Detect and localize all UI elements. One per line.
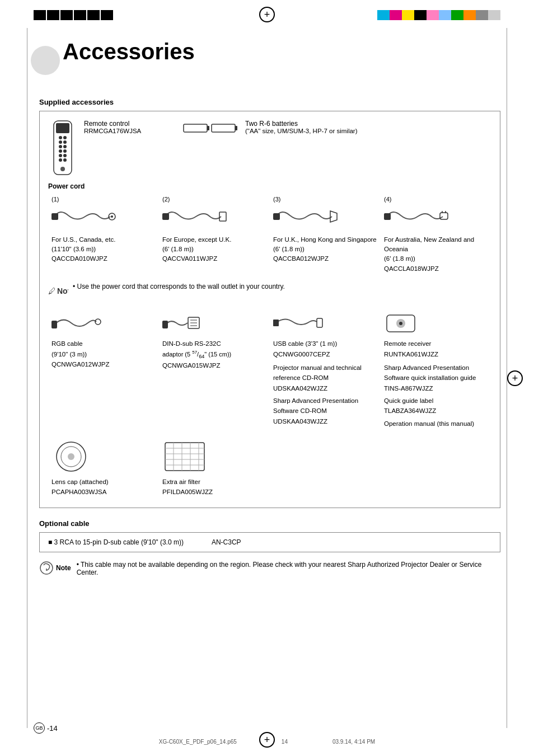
batteries-desc: ("AA" size, UM/SUM-3, HP-7 or similar): [245, 128, 358, 134]
footer-file-info: XG-C60X_E_PDF_p06_14.p65 14 03.9.14, 4:1…: [159, 739, 375, 745]
optional-cable-model: AN-C3CP: [212, 538, 241, 546]
remote-control-model: RRMCGA176WJSA: [84, 128, 141, 134]
svg-point-10: [59, 154, 62, 157]
optional-cable-note-text: • This cable may not be available depend…: [77, 561, 500, 576]
svg-rect-24: [273, 213, 280, 220]
svg-rect-22: [162, 213, 169, 220]
cord-desc-2: For Europe, except U.K. (6' (1.8 m)) QAC…: [159, 233, 270, 276]
svg-text:Note: Note: [57, 287, 68, 295]
supplied-accessories-heading: Supplied accessories: [39, 98, 500, 106]
svg-rect-32: [51, 321, 57, 328]
page-circle-label: GB: [34, 722, 45, 734]
note-icon-2: [39, 561, 54, 575]
remote-control-label: Remote control: [84, 120, 141, 128]
svg-rect-17: [212, 124, 235, 132]
cord-desc-3: For U.K., Hong Kong and Singapore (6' (1…: [270, 233, 381, 276]
optional-cable-desc: ■ 3 RCA to 15-pin D-sub cable (9'10" (3.…: [48, 538, 184, 546]
rgb-cable-icon: [51, 311, 102, 336]
page-num-text: -14: [47, 724, 58, 732]
svg-point-9: [63, 149, 67, 153]
svg-point-5: [63, 140, 67, 144]
cord-icon-4: [384, 205, 448, 227]
svg-rect-26: [384, 213, 391, 220]
svg-point-6: [59, 145, 62, 148]
svg-rect-18: [235, 126, 237, 130]
rgb-cable-item: RGB cable (9'10" (3 m)) QCNWGA012WJPZ: [48, 307, 159, 433]
cord-icon-2: [162, 205, 227, 227]
cord-num-4: (4): [381, 192, 491, 232]
crop-color-bar-right: [377, 10, 500, 20]
remote-receiver-icon: [384, 311, 423, 336]
power-cord-label: Power cord: [48, 182, 491, 190]
svg-point-12: [59, 158, 62, 162]
title-decoration: [31, 46, 60, 75]
batteries-icon: [182, 120, 238, 137]
usb-cable-icon: [273, 311, 324, 336]
supplied-accessories-box: Remote control RRMCGA176WJSA Two R-6 bat…: [39, 111, 500, 508]
air-filter-item: Extra air filter PFILDA005WJZZ: [159, 438, 270, 499]
svg-rect-19: [51, 213, 58, 220]
svg-point-11: [63, 154, 67, 157]
optional-cable-box: ■ 3 RCA to 15-pin D-sub cable (9'10" (3.…: [39, 532, 500, 552]
usb-cable-item: USB cable (3'3" (1 m)) QCNWG0007CEPZ Pro…: [270, 307, 381, 433]
batteries-label: Two R-6 batteries: [245, 120, 358, 128]
svg-point-14: [60, 167, 65, 171]
svg-rect-40: [317, 318, 322, 327]
registration-mark-top: [259, 7, 275, 22]
svg-point-46: [68, 453, 74, 460]
svg-point-13: [63, 158, 67, 162]
remote-receiver-item: Remote receiver RUNTKA061WJZZ Sharp Adva…: [381, 307, 491, 433]
footer-file-left: XG-C60X_E_PDF_p06_14.p65: [159, 739, 237, 745]
cord-icon-3: [273, 205, 338, 227]
din-adaptor-icon: [162, 311, 213, 336]
footer-file-mid: 14: [282, 739, 288, 745]
page-title: Accessories: [57, 39, 195, 64]
svg-point-3: [63, 136, 67, 139]
svg-rect-27: [440, 213, 448, 219]
din-adaptor-item: DIN-D-sub RS-232C adaptor (5 57/64" (15 …: [159, 307, 270, 433]
svg-point-43: [399, 322, 402, 325]
cord-num-1: (1): [48, 192, 159, 232]
cord-desc-1: For U.S., Canada, etc. (11'10" (3.6 m)) …: [48, 233, 159, 276]
note-icon: 🖊 Note: [48, 283, 68, 298]
svg-point-7: [63, 145, 67, 148]
cord-num-2: (2): [159, 192, 270, 232]
svg-point-21: [111, 215, 113, 218]
svg-text:🖊: 🖊: [48, 287, 56, 295]
svg-rect-39: [273, 320, 279, 326]
lens-cap-item: Lens cap (attached) PCAPHA003WJSA: [48, 438, 159, 499]
crop-color-bar-left: [34, 10, 113, 20]
svg-point-2: [59, 136, 62, 139]
footer-file-right: 03.9.14, 4:14 PM: [332, 739, 375, 745]
svg-point-4: [59, 140, 62, 144]
svg-rect-34: [162, 321, 168, 328]
svg-rect-16: [207, 126, 209, 130]
optional-cable-note: Note • This cable may not be available d…: [39, 561, 500, 576]
remote-control-icon: [48, 120, 77, 176]
cord-icon-1: [51, 205, 116, 227]
page-number: GB -14: [34, 722, 58, 734]
svg-point-8: [59, 149, 62, 153]
air-filter-icon: [162, 440, 207, 473]
note-power-cord-text: • Use the power cord that corresponds to…: [73, 283, 285, 290]
cord-desc-4: For Australia, New Zealand and Oceania (…: [381, 233, 491, 276]
svg-rect-15: [184, 124, 207, 132]
note-power-cord: 🖊 Note • Use the power cord that corresp…: [48, 279, 491, 302]
registration-mark-right: [507, 370, 523, 386]
cord-num-3: (3): [270, 192, 381, 232]
optional-cable-heading: Optional cable: [39, 519, 500, 528]
trim-line-left: [27, 28, 27, 728]
svg-rect-1: [56, 123, 69, 133]
lens-cap-icon: [51, 440, 91, 473]
